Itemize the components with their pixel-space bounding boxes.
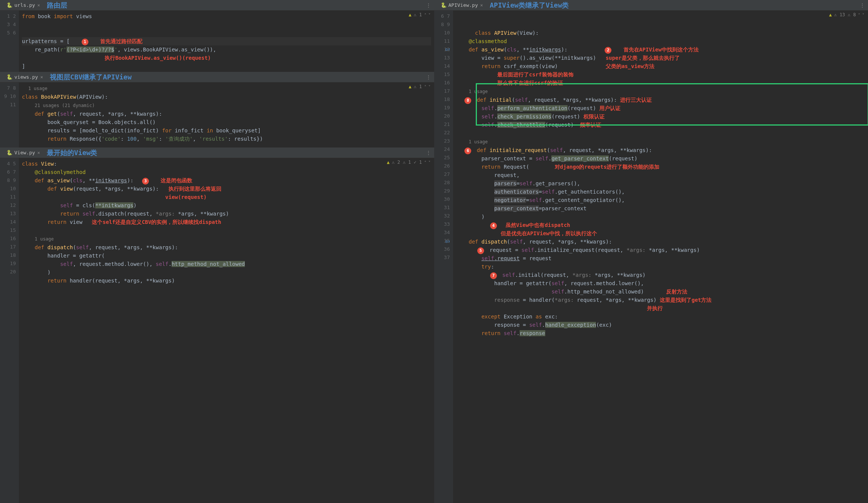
gutter: 1 2 3 4 5 6 [0,11,19,72]
section-title: 路由层 [47,1,67,10]
code-area[interactable]: class APIView(View): @classmethod o↑ def… [453,11,868,503]
tab-bar-urls: 🐍 urls.py × 路由层 ⋮ [0,0,434,11]
override-icon[interactable]: o↑ [446,45,452,51]
tab-bar-apiview: 🐍 APIView.py × APIView类继承了View类 ⋮ [434,0,868,11]
right-column: 🐍 APIView.py × APIView类继承了View类 ⋮ ▲ ⚠ 13… [434,0,868,503]
tab-label: views.py [14,74,38,80]
tab-label: View.py [14,150,35,155]
python-file-icon: 🐍 [7,150,12,155]
close-icon[interactable]: × [480,3,483,8]
tab-views[interactable]: 🐍 views.py × [3,73,47,81]
python-file-icon: 🐍 [441,3,446,8]
gutter: 4 5 6 7 8 9 10 11 12 13 14 15 16 17 18 1… [0,158,19,503]
override-icon[interactable]: o↑ [446,238,452,244]
section-title: 最开始的View类 [47,148,97,157]
more-icon[interactable]: ⋮ [860,2,865,8]
python-file-icon: 🐍 [7,75,12,80]
pane-view-class: 🐍 View.py × 最开始的View类 ⋮ ▲ ⚠ 2 ⚠ 1 ✓ 1 ˄ … [0,147,434,503]
python-file-icon: 🐍 [7,3,12,8]
editor-urls[interactable]: ▲ ⚠ 1 ˄ ˅ 1 2 3 4 5 6 from book import v… [0,11,434,72]
pane-urls: 🐍 urls.py × 路由层 ⋮ ▲ ⚠ 1 ˄ ˅ 1 2 3 4 5 6 … [0,0,434,72]
more-icon[interactable]: ⋮ [426,150,431,156]
section-title: APIView类继承了View类 [490,1,569,10]
left-column: 🐍 urls.py × 路由层 ⋮ ▲ ⚠ 1 ˄ ˅ 1 2 3 4 5 6 … [0,0,434,503]
code-area[interactable]: class View: @classonlymethod def as_view… [19,158,434,503]
pane-views: 🐍 views.py × 视图层CBV继承了APIView ⋮ ▲ ⚠ 1 ˄ … [0,72,434,147]
close-icon[interactable]: × [37,3,40,8]
close-icon[interactable]: × [37,150,40,155]
close-icon[interactable]: × [40,75,43,80]
code-area[interactable]: 1 usage class BookAPIView(APIView): 21 u… [19,82,434,147]
tab-urls[interactable]: 🐍 urls.py × [3,1,44,9]
tab-label: APIView.py [449,2,478,8]
section-title: 视图层CBV继承了APIView [50,73,132,82]
gutter: 7 8 9 10 11 [0,82,19,147]
tab-apiview[interactable]: 🐍 APIView.py × [437,1,487,9]
pane-apiview: 🐍 APIView.py × APIView类继承了View类 ⋮ ▲ ⚠ 13… [434,0,868,503]
gutter: 6 7 8 9 10 11 12 13 14 15 16 17 18 19 20… [434,11,453,503]
editor-views[interactable]: ▲ ⚠ 1 ˄ ˅ 7 8 9 10 11 1 usage class Book… [0,82,434,147]
tab-label: urls.py [14,2,35,8]
editor-view[interactable]: ▲ ⚠ 2 ⚠ 1 ✓ 1 ˄ ˅ 4 5 6 7 8 9 10 11 12 1… [0,158,434,503]
tab-bar-views: 🐍 views.py × 视图层CBV继承了APIView ⋮ [0,72,434,82]
code-area[interactable]: from book import views urlpatterns = [ 1… [19,11,434,72]
editor-apiview[interactable]: ▲ ⚠ 13 ⚠ 8 ˄ ˅ 6 7 8 9 10 11 12 13 14 15… [434,11,868,503]
tab-bar-view: 🐍 View.py × 最开始的View类 ⋮ [0,147,434,158]
tab-view[interactable]: 🐍 View.py × [3,148,44,157]
more-icon[interactable]: ⋮ [426,2,431,8]
more-icon[interactable]: ⋮ [426,74,431,80]
